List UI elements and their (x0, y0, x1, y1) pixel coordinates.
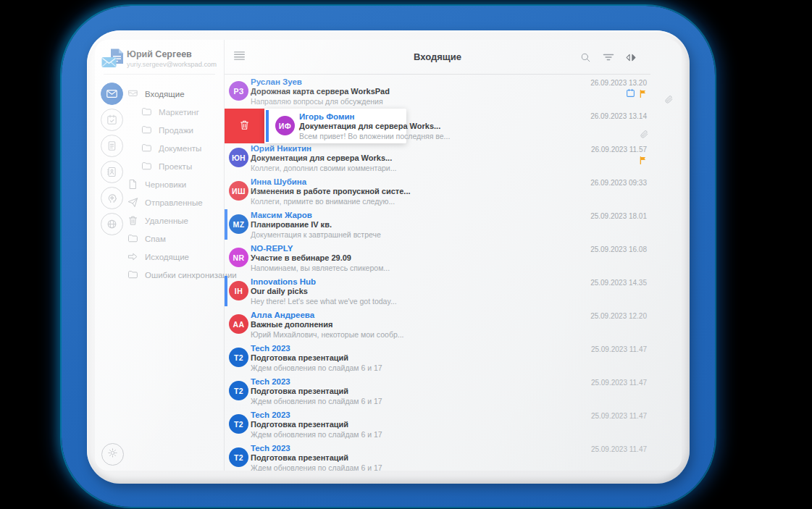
rail-button-browser[interactable] (101, 213, 123, 235)
unread-indicator (266, 110, 269, 142)
email-row[interactable]: РЗ Руслан Зуев Дорожная карта сервера Wo… (225, 75, 682, 108)
sidebar-folder-6[interactable]: Черновики (127, 175, 222, 193)
sidebar-folder-10[interactable]: Исходящие (127, 248, 222, 266)
email-subject: Подготовка презентаций (251, 453, 511, 463)
split-view-icon[interactable] (624, 51, 637, 64)
folder-icon (141, 142, 153, 154)
email-date: 25.09.2023 11.47 (591, 412, 647, 420)
email-date: 26.09.2023 09:33 (590, 179, 647, 187)
list-header: Входящие (225, 40, 682, 75)
email-date: 26.09.2023 13.14 (590, 112, 647, 120)
avatar: ИШ (229, 181, 248, 201)
rail-button-contacts[interactable] (101, 161, 123, 183)
unread-indicator (225, 209, 227, 240)
email-preview: Hey there! Let's see what we've got toda… (251, 297, 511, 306)
email-sender: Innovations Hub (251, 277, 511, 287)
sidebar: Юрий Сергеев yuriy.sergeev@workspad.com … (95, 40, 225, 471)
assistant-icon (106, 192, 118, 204)
trash-icon (127, 214, 139, 227)
flag-icon (639, 88, 647, 101)
sidebar-folder-4[interactable]: Документы (127, 139, 222, 157)
folder-list: Входящие Маркетинг Продажи Документы Про… (127, 85, 222, 284)
email-row[interactable]: NR NO-REPLY Участие в вебинаре 29.09 Нап… (225, 241, 682, 274)
email-date: 26.09.2023 11.57 (591, 146, 647, 153)
sidebar-folder-7[interactable]: Отправленные (127, 193, 222, 211)
email-row[interactable]: IH Innovations Hub Our daily picks Hey t… (225, 274, 682, 308)
email-row[interactable]: T2 Tech 2023 Подготовка презентаций Ждем… (225, 408, 682, 441)
email-row[interactable]: T2 Tech 2023 Подготовка презентаций Ждем… (225, 441, 682, 471)
email-row[interactable]: ИФ Игорь Фомин Документация для сервера … (225, 108, 682, 141)
avatar: ЮН (229, 148, 248, 167)
outbox-icon (127, 251, 139, 263)
sidebar-folder-2[interactable]: Маркетинг (127, 103, 222, 121)
filter-icon[interactable] (601, 51, 615, 64)
workspad-logo-icon (101, 48, 127, 70)
email-subject: Подготовка презентаций (251, 420, 511, 430)
email-sender: Руслан Зуев (251, 77, 511, 87)
email-date: 25.09.2023 12.20 (590, 312, 647, 320)
folder-icon (141, 160, 153, 172)
sidebar-folder-8[interactable]: Удаленные (127, 211, 222, 230)
email-preview: Направляю вопросы для обсуждения (251, 97, 511, 106)
email-preview: Документация к завтрашней встрече (251, 230, 511, 240)
email-subject: Our daily picks (251, 287, 511, 297)
tablet-frame: Юрий Сергеев yuriy.sergeev@workspad.com … (62, 6, 715, 507)
email-row[interactable]: АА Алла Андреева Важные дополнения Юрий … (225, 308, 682, 341)
sidebar-folder-3[interactable]: Продажи (127, 121, 222, 139)
email-row[interactable]: ЮН Юрий Никитин Документация для сервера… (225, 141, 682, 174)
menu-icon[interactable] (233, 51, 246, 64)
app-rail (101, 83, 123, 235)
email-row[interactable]: MZ Максим Жаров Планирование IV кв. Доку… (225, 208, 682, 241)
rail-button-documents[interactable] (101, 135, 123, 157)
email-preview: Напоминаем, вы являетесь спикером... (251, 264, 511, 273)
inbox-icon (127, 88, 139, 100)
message-list-pane: Входящие РЗ Руслан Зуев Дорожная карта с… (225, 40, 682, 471)
tablet-bezel: Юрий Сергеев yuriy.sergeev@workspad.com … (87, 30, 690, 484)
email-sender: Tech 2023 (251, 410, 511, 420)
calendar-badge-icon (626, 88, 635, 101)
email-preview: Коллеги, дополнил своими комментари... (251, 164, 511, 173)
sidebar-folder-9[interactable]: Спам (127, 230, 222, 248)
email-preview: Коллеги, примите во внимание следую... (251, 197, 511, 206)
email-row[interactable]: T2 Tech 2023 Подготовка презентаций Ждем… (225, 374, 682, 408)
browser-icon (106, 218, 118, 230)
email-preview: Ждем обновления по слайдам 6 и 17 (251, 430, 511, 439)
sidebar-folder-5[interactable]: Проекты (127, 157, 222, 175)
folder-icon (127, 269, 139, 281)
email-preview: Всем привет! Во вложении последняя ве... (299, 132, 560, 141)
email-date: 25.09.2023 16.08 (590, 245, 647, 253)
swipe-delete-button[interactable] (225, 109, 264, 143)
rail-button-assistant[interactable] (101, 187, 123, 209)
email-preview: Ждем обновления по слайдам 6 и 17 (251, 463, 511, 471)
trash-icon (238, 119, 251, 134)
email-sender: Tech 2023 (251, 443, 511, 453)
email-date: 25.09.2023 11.47 (591, 379, 647, 387)
email-sender: Алла Андреева (251, 310, 511, 320)
attachment-icon (640, 128, 648, 141)
documents-icon (106, 140, 118, 152)
settings-button[interactable] (101, 443, 124, 466)
email-date: 25.09.2023 18.01 (590, 212, 647, 220)
avatar: РЗ (229, 81, 248, 101)
email-subject: Важные дополнения (251, 320, 511, 330)
email-subject: Планирование IV кв. (251, 220, 511, 230)
sidebar-folder-11[interactable]: Ошибки синхронизации (127, 266, 222, 284)
email-subject: Изменения в работе пропускной систе... (251, 187, 511, 197)
email-preview: Юрий Михайлович, некоторые мои сообр... (251, 330, 511, 340)
email-row[interactable]: ИШ Инна Шубина Изменения в работе пропус… (225, 174, 682, 208)
rail-button-calendar[interactable] (101, 109, 123, 131)
email-subject: Подготовка презентаций (251, 387, 511, 397)
folder-icon (127, 232, 139, 245)
rail-button-mail[interactable] (101, 83, 123, 105)
mail-icon (106, 88, 118, 100)
email-list: РЗ Руслан Зуев Дорожная карта сервера Wo… (225, 75, 682, 471)
search-icon[interactable] (579, 51, 593, 64)
avatar: T2 (229, 381, 248, 400)
email-subject: Документация для сервера Works... (251, 153, 511, 164)
sidebar-folder-1[interactable]: Входящие (127, 85, 222, 103)
avatar: ИФ (275, 116, 295, 135)
avatar: T2 (229, 447, 248, 467)
email-date: 25.09.2023 11.47 (591, 445, 647, 453)
avatar: IH (229, 281, 248, 300)
email-row[interactable]: T2 Tech 2023 Подготовка презентаций Ждем… (225, 341, 682, 374)
